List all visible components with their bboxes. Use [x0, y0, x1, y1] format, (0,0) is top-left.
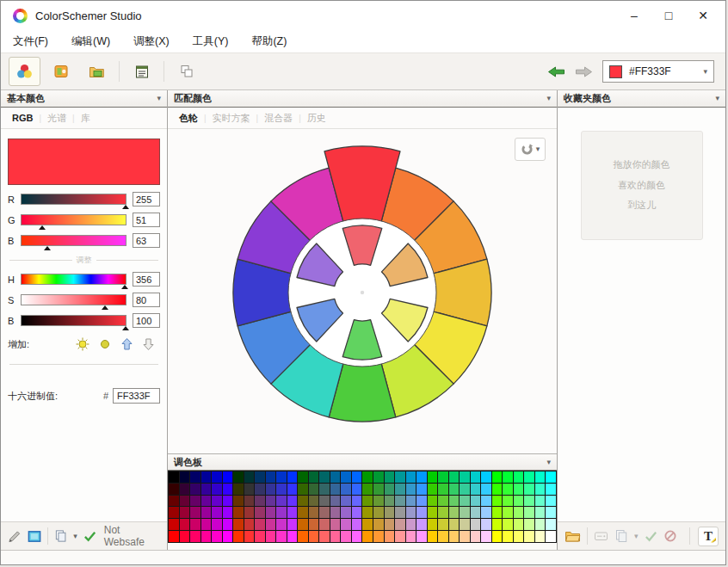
palette-swatch[interactable]: [169, 484, 179, 495]
palette-swatch[interactable]: [266, 519, 276, 530]
menu-tools[interactable]: 工具(Y): [193, 34, 229, 49]
palette-swatch[interactable]: [330, 484, 341, 495]
palette-swatch[interactable]: [233, 519, 244, 530]
favorite-colors-header[interactable]: 收藏夹颜色 ▾: [558, 90, 725, 108]
palette-swatch[interactable]: [169, 471, 179, 483]
palette-swatch[interactable]: [180, 507, 190, 518]
palette-swatch[interactable]: [212, 531, 222, 542]
check-icon[interactable]: [645, 531, 657, 542]
palette-swatch[interactable]: [373, 519, 384, 530]
palette-swatch[interactable]: [395, 531, 405, 542]
palette-swatch[interactable]: [535, 484, 546, 495]
palette-swatch[interactable]: [385, 531, 395, 542]
palette-swatch[interactable]: [180, 496, 190, 507]
palette-swatch[interactable]: [287, 496, 298, 507]
palette-swatch[interactable]: [546, 507, 556, 518]
palette-swatch[interactable]: [362, 484, 373, 495]
scheme-report-button[interactable]: [126, 57, 157, 86]
palette-swatch[interactable]: [416, 471, 427, 483]
palette-swatch[interactable]: [471, 519, 481, 530]
palette-swatch[interactable]: [524, 531, 534, 542]
maximize-button[interactable]: □: [651, 3, 686, 28]
palette-swatch[interactable]: [266, 507, 276, 518]
palette-swatch[interactable]: [341, 484, 351, 495]
palette-swatch[interactable]: [341, 471, 351, 483]
palette-swatch[interactable]: [481, 496, 491, 507]
palette-swatch[interactable]: [492, 519, 503, 530]
palette-swatch[interactable]: [276, 507, 287, 518]
palette-swatch[interactable]: [180, 471, 190, 483]
palette-swatch[interactable]: [406, 496, 416, 507]
websafe-icon[interactable]: [28, 530, 41, 543]
palette-swatch[interactable]: [492, 531, 503, 542]
palette-swatch[interactable]: [524, 471, 534, 483]
palette-swatch[interactable]: [438, 519, 448, 530]
palette-swatch[interactable]: [330, 496, 341, 507]
palette-swatch[interactable]: [352, 471, 362, 483]
palette-swatch[interactable]: [190, 531, 201, 542]
palette-swatch[interactable]: [201, 484, 212, 495]
palette-swatch[interactable]: [362, 531, 373, 542]
palette-swatch[interactable]: [385, 519, 395, 530]
palette-swatch[interactable]: [362, 519, 373, 530]
palette-swatch[interactable]: [319, 507, 330, 518]
palette-swatch[interactable]: [438, 484, 448, 495]
palette-swatch[interactable]: [309, 496, 319, 507]
palette-swatch[interactable]: [481, 484, 491, 495]
palette-swatch[interactable]: [362, 507, 373, 518]
palette-swatch[interactable]: [546, 484, 556, 495]
palette-swatch[interactable]: [298, 471, 308, 483]
palette-swatch[interactable]: [309, 531, 319, 542]
open-scheme-button[interactable]: [81, 57, 113, 86]
palette-swatch[interactable]: [449, 507, 460, 518]
palette-swatch[interactable]: [276, 519, 287, 530]
palette-swatch[interactable]: [255, 496, 265, 507]
hex-color-combobox[interactable]: #FF333F ▾: [602, 60, 714, 83]
palette-swatch[interactable]: [330, 531, 341, 542]
palette-swatch[interactable]: [460, 471, 470, 483]
palette-swatch[interactable]: [341, 507, 351, 518]
slider-thumb-icon[interactable]: [122, 205, 129, 209]
tab-mixer[interactable]: 混合器: [258, 109, 299, 127]
menu-file[interactable]: 文件(F): [13, 34, 48, 49]
palette-swatch[interactable]: [503, 471, 513, 483]
palette-swatch[interactable]: [546, 471, 556, 483]
palette-swatch[interactable]: [428, 471, 438, 483]
palette-swatch[interactable]: [233, 471, 244, 483]
palette-swatch[interactable]: [524, 519, 534, 530]
palette-swatch[interactable]: [416, 496, 427, 507]
palette-swatch[interactable]: [395, 484, 405, 495]
palette-swatch[interactable]: [438, 531, 448, 542]
palette-swatch[interactable]: [169, 531, 179, 542]
palette-swatch[interactable]: [395, 519, 405, 530]
palette-swatch[interactable]: [223, 507, 233, 518]
palette-swatch[interactable]: [244, 531, 255, 542]
palette-swatch[interactable]: [223, 519, 233, 530]
palette-swatch[interactable]: [406, 471, 416, 483]
palette-swatch[interactable]: [535, 519, 546, 530]
palette-swatch[interactable]: [481, 471, 491, 483]
palette-swatch[interactable]: [352, 531, 362, 542]
palette-swatch[interactable]: [287, 484, 298, 495]
palette-swatch[interactable]: [190, 496, 201, 507]
palette-swatch[interactable]: [319, 471, 330, 483]
palette-swatch[interactable]: [535, 471, 546, 483]
palette-swatch[interactable]: [503, 519, 513, 530]
r-value-input[interactable]: 255: [133, 192, 160, 206]
palette-swatch[interactable]: [438, 496, 448, 507]
palette-swatch[interactable]: [212, 471, 222, 483]
palette-swatch[interactable]: [287, 519, 298, 530]
palette-swatch[interactable]: [255, 471, 265, 483]
palette-swatch[interactable]: [395, 471, 405, 483]
palette-swatch[interactable]: [406, 531, 416, 542]
palette-swatch[interactable]: [276, 531, 287, 542]
palette-swatch[interactable]: [255, 484, 265, 495]
palette-swatch[interactable]: [244, 471, 255, 483]
palette-swatch[interactable]: [524, 496, 534, 507]
palette-swatch[interactable]: [373, 507, 384, 518]
palette-swatch[interactable]: [546, 496, 556, 507]
palette-swatch[interactable]: [287, 471, 298, 483]
brighten-icon[interactable]: [76, 337, 89, 351]
palette-swatch[interactable]: [201, 507, 212, 518]
palette-swatch[interactable]: [276, 484, 287, 495]
